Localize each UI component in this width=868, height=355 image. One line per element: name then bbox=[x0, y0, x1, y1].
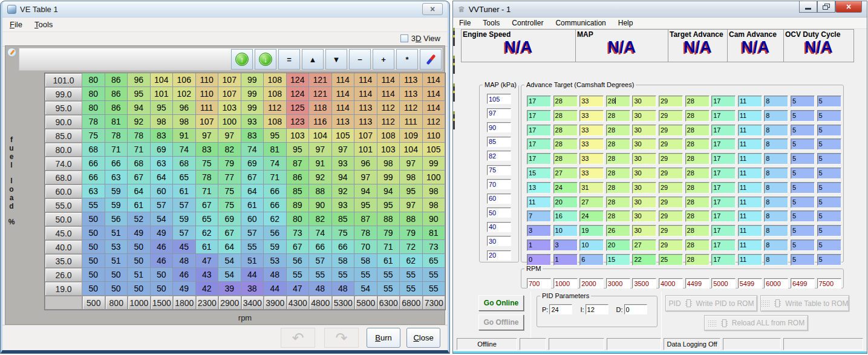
ve-cell[interactable]: 55 bbox=[354, 268, 377, 282]
advance-cell[interactable]: 11 bbox=[738, 197, 762, 208]
ve-cell[interactable]: 80 bbox=[82, 101, 105, 115]
row-header[interactable]: 19.0 bbox=[45, 282, 82, 296]
ve-cell[interactable]: 55 bbox=[82, 198, 105, 212]
advance-cell[interactable]: 26 bbox=[606, 225, 630, 236]
ve-cell[interactable]: 109 bbox=[400, 129, 423, 143]
col-header[interactable]: 3900 bbox=[264, 296, 287, 310]
ve-cell[interactable]: 90 bbox=[309, 198, 332, 212]
ve-cell[interactable]: 70 bbox=[354, 240, 377, 254]
ve-cell[interactable]: 52 bbox=[128, 212, 151, 226]
advance-cell[interactable]: 5 bbox=[791, 182, 815, 194]
ve-cell[interactable]: 54 bbox=[218, 268, 241, 282]
rpm-input[interactable] bbox=[553, 278, 578, 288]
ve-cell[interactable]: 57 bbox=[241, 226, 264, 240]
ve-cell[interactable]: 61 bbox=[377, 254, 400, 268]
ve-cell[interactable]: 64 bbox=[218, 240, 241, 254]
advance-cell[interactable]: 17 bbox=[711, 254, 736, 265]
advance-cell[interactable]: 28 bbox=[606, 125, 630, 136]
ve-cell[interactable]: 48 bbox=[332, 282, 355, 296]
ve-cell[interactable]: 97 bbox=[400, 157, 423, 171]
advance-cell[interactable]: 8 bbox=[764, 254, 788, 265]
ve-cell[interactable]: 57 bbox=[173, 226, 196, 240]
multiply-button[interactable]: * bbox=[396, 49, 418, 70]
close-button[interactable]: Close bbox=[406, 328, 440, 348]
advance-cell[interactable]: 30 bbox=[632, 125, 656, 136]
ve-cell[interactable]: 113 bbox=[332, 115, 355, 129]
advance-cell[interactable]: 17 bbox=[711, 96, 736, 107]
ve-cell[interactable]: 106 bbox=[173, 73, 196, 87]
advance-cell[interactable]: 17 bbox=[711, 239, 736, 251]
ve-cell[interactable]: 46 bbox=[151, 240, 174, 254]
ve-cell[interactable]: 59 bbox=[173, 212, 196, 226]
menu-tools[interactable]: Tools bbox=[477, 18, 506, 28]
ve-cell[interactable]: 86 bbox=[105, 87, 128, 101]
ve-cell[interactable]: 57 bbox=[173, 198, 196, 212]
advance-cell[interactable]: 29 bbox=[659, 138, 683, 150]
ve-cell[interactable]: 114 bbox=[332, 87, 355, 101]
ve-cell[interactable]: 55 bbox=[423, 282, 446, 296]
ve-cell[interactable]: 107 bbox=[218, 87, 241, 101]
scale-down-button[interactable]: ↓ bbox=[255, 49, 276, 70]
ve-cell[interactable]: 50 bbox=[128, 282, 151, 296]
rpm-input[interactable] bbox=[659, 278, 683, 288]
ve-cell[interactable]: 80 bbox=[287, 212, 310, 226]
ve-cell[interactable]: 79 bbox=[377, 226, 400, 240]
ve-cell[interactable]: 100 bbox=[218, 115, 241, 129]
ve-cell[interactable]: 95 bbox=[377, 198, 400, 212]
advance-cell[interactable]: 17 bbox=[711, 210, 736, 222]
ve-cell[interactable]: 50 bbox=[151, 268, 174, 282]
rpm-input[interactable] bbox=[817, 278, 841, 288]
row-header[interactable]: 74.0 bbox=[45, 157, 82, 171]
ve-cell[interactable]: 67 bbox=[128, 171, 151, 184]
advance-cell[interactable]: 17 bbox=[711, 125, 736, 136]
ve-cell[interactable]: 44 bbox=[264, 282, 287, 296]
advance-cell[interactable]: 17 bbox=[527, 96, 551, 107]
row-header[interactable]: 55.0 bbox=[45, 198, 82, 212]
advance-cell[interactable]: 17 bbox=[711, 138, 736, 150]
advance-cell[interactable]: 3 bbox=[527, 225, 551, 236]
ve-cell[interactable]: 86 bbox=[287, 171, 310, 184]
ve-cell[interactable]: 124 bbox=[287, 73, 310, 87]
ve-cell[interactable]: 91 bbox=[173, 129, 196, 143]
ve-cell[interactable]: 99 bbox=[423, 157, 446, 171]
advance-cell[interactable]: 8 bbox=[764, 182, 788, 194]
ve-cell[interactable]: 86 bbox=[105, 101, 128, 115]
ve-cell[interactable]: 103 bbox=[287, 129, 310, 143]
ve-cell[interactable]: 121 bbox=[309, 87, 332, 101]
advance-cell[interactable]: 5 bbox=[791, 239, 815, 251]
ve-cell[interactable]: 71 bbox=[264, 171, 287, 184]
ve-cell[interactable]: 64 bbox=[241, 184, 264, 198]
advance-cell[interactable]: 5 bbox=[817, 210, 841, 222]
ve-cell[interactable]: 88 bbox=[400, 212, 423, 226]
advance-cell[interactable]: 20 bbox=[606, 239, 630, 251]
map-kpa-input[interactable] bbox=[487, 137, 511, 147]
row-header[interactable]: 26.0 bbox=[45, 268, 82, 282]
ve-cell[interactable]: 75 bbox=[218, 184, 241, 198]
ve-cell[interactable]: 112 bbox=[400, 101, 423, 115]
ve-cell[interactable]: 68 bbox=[173, 157, 196, 171]
ve-cell[interactable]: 67 bbox=[218, 226, 241, 240]
decrease-button[interactable]: ▼ bbox=[325, 49, 347, 70]
ve-close-button[interactable]: × bbox=[422, 3, 443, 15]
ve-cell[interactable]: 107 bbox=[218, 73, 241, 87]
ve-cell[interactable]: 62 bbox=[400, 254, 423, 268]
ve-cell[interactable]: 71 bbox=[196, 184, 219, 198]
ve-cell[interactable]: 69 bbox=[151, 143, 174, 157]
advance-cell[interactable]: 17 bbox=[711, 153, 736, 164]
ve-cell[interactable]: 94 bbox=[377, 184, 400, 198]
scale-up-button[interactable]: ↑ bbox=[231, 49, 253, 70]
advance-cell[interactable]: 8 bbox=[764, 225, 788, 236]
ve-cell[interactable]: 101 bbox=[354, 143, 377, 157]
advance-cell[interactable]: 5 bbox=[791, 225, 815, 236]
ve-cell[interactable]: 55 bbox=[332, 268, 355, 282]
ve-cell[interactable]: 50 bbox=[82, 240, 105, 254]
advance-cell[interactable]: 8 bbox=[764, 96, 788, 107]
ve-cell[interactable]: 110 bbox=[196, 73, 219, 87]
ve-cell[interactable]: 61 bbox=[173, 184, 196, 198]
advance-cell[interactable]: 28 bbox=[606, 168, 630, 179]
ve-cell[interactable]: 103 bbox=[218, 101, 241, 115]
advance-cell[interactable]: 28 bbox=[685, 168, 710, 179]
advance-cell[interactable]: 33 bbox=[579, 138, 604, 150]
ve-cell[interactable]: 98 bbox=[151, 115, 174, 129]
ve-cell[interactable]: 67 bbox=[241, 171, 264, 184]
